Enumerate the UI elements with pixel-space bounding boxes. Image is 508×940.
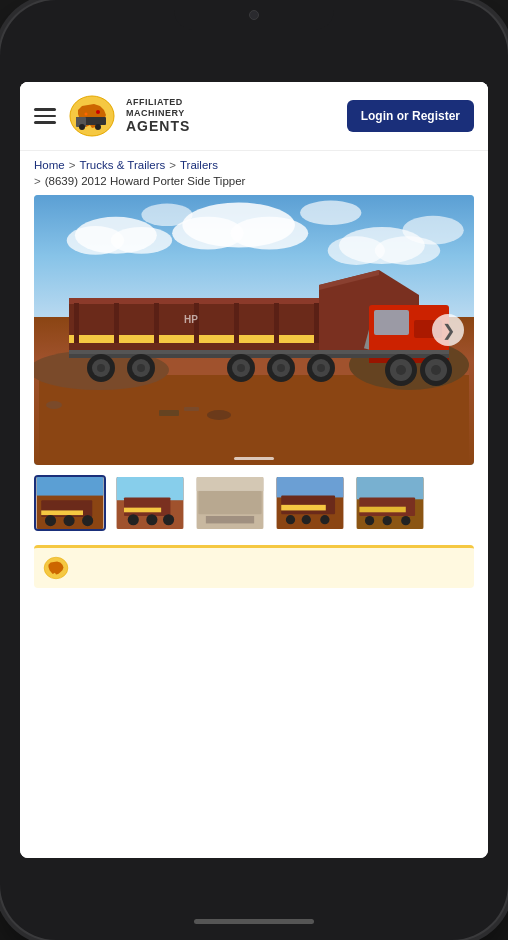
svg-rect-32: [314, 303, 319, 343]
svg-point-4: [95, 124, 101, 130]
image-progress: [234, 457, 274, 460]
logo-text: AFFILIATED MACHINERY AGENTS: [126, 97, 190, 135]
svg-rect-26: [74, 303, 79, 343]
svg-point-79: [45, 515, 56, 526]
svg-rect-103: [359, 507, 405, 513]
svg-rect-92: [206, 516, 254, 523]
breadcrumb: Home > Trucks & Trailers > Trailers: [20, 151, 488, 175]
hamburger-menu[interactable]: [34, 108, 56, 124]
svg-rect-76: [37, 477, 104, 496]
logo-line1: AFFILIATED: [126, 97, 190, 108]
svg-point-81: [82, 515, 93, 526]
promo-bar: [34, 545, 474, 588]
svg-rect-91: [198, 491, 261, 514]
svg-point-63: [317, 364, 325, 372]
svg-point-6: [85, 113, 88, 116]
breadcrumb-sep1: >: [69, 159, 76, 171]
screen-content: AFFILIATED MACHINERY AGENTS Login or Reg…: [20, 82, 488, 858]
svg-rect-27: [114, 303, 119, 343]
svg-point-87: [146, 514, 157, 525]
svg-rect-85: [124, 508, 161, 513]
breadcrumb-home[interactable]: Home: [34, 159, 65, 171]
svg-rect-84: [124, 497, 170, 516]
thumbnail-3-image: [196, 477, 264, 529]
svg-point-88: [163, 514, 174, 525]
svg-point-98: [302, 515, 311, 524]
header-left: AFFILIATED MACHINERY AGENTS: [34, 92, 190, 140]
svg-point-66: [396, 365, 406, 375]
svg-point-60: [277, 364, 285, 372]
breadcrumb-subcategory[interactable]: Trailers: [180, 159, 218, 171]
svg-rect-94: [277, 477, 344, 497]
thumbnail-5-image: [356, 477, 424, 529]
svg-rect-83: [117, 477, 184, 500]
thumbnail-4-image: [276, 477, 344, 529]
thumbnail-2[interactable]: [114, 475, 186, 531]
phone-frame: AFFILIATED MACHINERY AGENTS Login or Reg…: [0, 0, 508, 940]
ama-small-logo-icon: [42, 554, 70, 582]
svg-point-57: [237, 364, 245, 372]
svg-point-70: [46, 401, 62, 409]
svg-rect-73: [184, 407, 199, 411]
svg-point-99: [320, 515, 329, 524]
svg-point-69: [431, 365, 441, 375]
svg-rect-96: [281, 505, 326, 511]
svg-rect-25: [69, 335, 349, 343]
svg-text:HP: HP: [184, 314, 198, 325]
svg-point-54: [137, 364, 145, 372]
svg-rect-37: [374, 310, 409, 335]
svg-point-105: [383, 516, 392, 525]
svg-rect-101: [357, 477, 424, 499]
svg-point-106: [401, 516, 410, 525]
thumbnail-1-image: [36, 477, 104, 529]
notch: [174, 0, 334, 30]
logo-area: AFFILIATED MACHINERY AGENTS: [66, 92, 190, 140]
svg-rect-90: [197, 477, 264, 491]
thumbnail-strip: [20, 465, 488, 541]
login-register-button[interactable]: Login or Register: [347, 100, 474, 132]
svg-rect-41: [69, 350, 449, 354]
breadcrumb-item: (8639) 2012 Howard Porter Side Tipper: [45, 175, 246, 187]
logo-line2: MACHINERY: [126, 108, 190, 119]
next-image-button[interactable]: ❯: [432, 314, 464, 346]
thumbnail-5[interactable]: [354, 475, 426, 531]
home-indicator[interactable]: [194, 919, 314, 924]
thumbnail-3[interactable]: [194, 475, 266, 531]
svg-point-80: [64, 515, 75, 526]
front-camera: [249, 10, 259, 20]
main-product-image: HP ❯: [34, 195, 474, 465]
thumbnail-1[interactable]: [34, 475, 106, 531]
svg-point-97: [286, 515, 295, 524]
svg-rect-72: [159, 410, 179, 416]
svg-rect-30: [234, 303, 239, 343]
logo-line3: AGENTS: [126, 118, 190, 135]
breadcrumb-item-row: > (8639) 2012 Howard Porter Side Tipper: [20, 175, 488, 195]
svg-point-86: [128, 514, 139, 525]
svg-rect-28: [154, 303, 159, 343]
svg-point-5: [96, 110, 100, 114]
header: AFFILIATED MACHINERY AGENTS Login or Reg…: [20, 82, 488, 151]
svg-rect-78: [41, 510, 83, 515]
svg-rect-31: [274, 303, 279, 343]
phone-screen: AFFILIATED MACHINERY AGENTS Login or Reg…: [20, 82, 488, 858]
svg-point-3: [79, 124, 85, 130]
breadcrumb-sep2: >: [169, 159, 176, 171]
thumbnail-4[interactable]: [274, 475, 346, 531]
ama-logo-icon: [66, 92, 118, 140]
svg-point-51: [97, 364, 105, 372]
thumbnail-2-image: [116, 477, 184, 529]
svg-point-71: [207, 410, 231, 420]
image-background: HP: [34, 195, 474, 465]
breadcrumb-category[interactable]: Trucks & Trailers: [79, 159, 165, 171]
breadcrumb-sep3: >: [34, 175, 41, 187]
chevron-right-icon: ❯: [442, 321, 455, 340]
svg-point-104: [365, 516, 374, 525]
truck-scene-svg: HP: [34, 195, 474, 465]
